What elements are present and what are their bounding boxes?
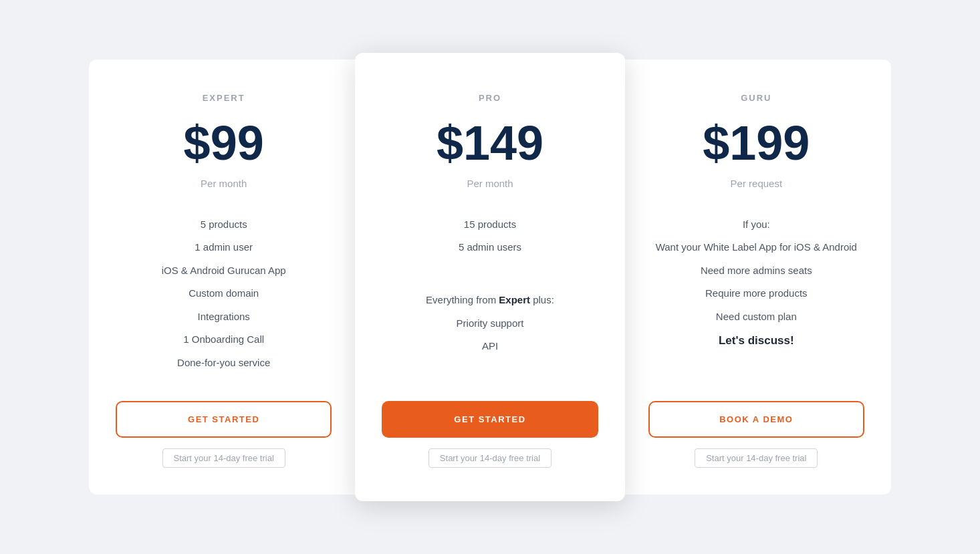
expert-plan-period: Per month [201,178,247,189]
expert-plan-name: EXPERT [203,93,245,103]
guru-feature-1: Want your White Label App for iOS & Andr… [648,236,864,259]
expert-feature-4: Custom domain [116,282,332,305]
expert-features-list: 5 products 1 admin user iOS & Android Gu… [116,213,332,375]
guru-feature-4: Need custom plan [648,305,864,329]
guru-feature-cta-text: Let's discuss! [648,328,864,354]
pro-cta-button[interactable]: GET STARTED [382,401,598,438]
expert-feature-5: Integrations [116,305,332,329]
pro-plan-name: PRO [479,93,501,103]
guru-feature-intro: If you: [648,213,864,237]
plan-expert: EXPERT $99 Per month 5 products 1 admin … [89,59,358,495]
expert-plan-price: $99 [184,119,264,167]
expert-feature-7: Done-for-you service [116,352,332,375]
guru-plan-price: $199 [703,119,810,167]
expert-cta-button[interactable]: GET STARTED [116,401,332,438]
pro-feature-3: Everything from Expert plus: [382,289,598,312]
guru-feature-2: Need more admins seats [648,259,864,283]
pro-trial-text: Start your 14-day free trial [428,448,552,468]
expert-feature-1: 5 products [116,213,332,237]
guru-features-list: If you: Want your White Label App for iO… [648,213,864,375]
expert-feature-3: iOS & Android Gurucan App [116,259,332,283]
guru-plan-period: Per request [731,178,783,189]
pro-feature-1: 15 products [382,213,598,237]
plan-guru: GURU $199 Per request If you: Want your … [622,59,891,495]
guru-trial-text: Start your 14-day free trial [695,448,818,468]
pro-plan-period: Per month [467,178,513,189]
pro-features-list: 15 products 5 admin users Everything fro… [382,213,598,375]
pro-feature-2: 5 admin users [382,236,598,259]
expert-trial-text: Start your 14-day free trial [162,448,285,468]
expert-feature-2: 1 admin user [116,236,332,259]
pro-feature-4: Priority support [382,312,598,335]
pricing-container: EXPERT $99 Per month 5 products 1 admin … [89,59,891,495]
expert-feature-6: 1 Onboarding Call [116,328,332,352]
pro-feature-5: API [382,335,598,358]
guru-feature-3: Require more products [648,282,864,305]
guru-plan-name: GURU [741,93,771,103]
pro-plan-price: $149 [437,119,543,167]
plan-pro: PRO $149 Per month 15 products 5 admin u… [355,53,624,502]
guru-cta-button[interactable]: BOOK A DEMO [648,401,864,438]
pro-feature-spacer [382,259,598,283]
